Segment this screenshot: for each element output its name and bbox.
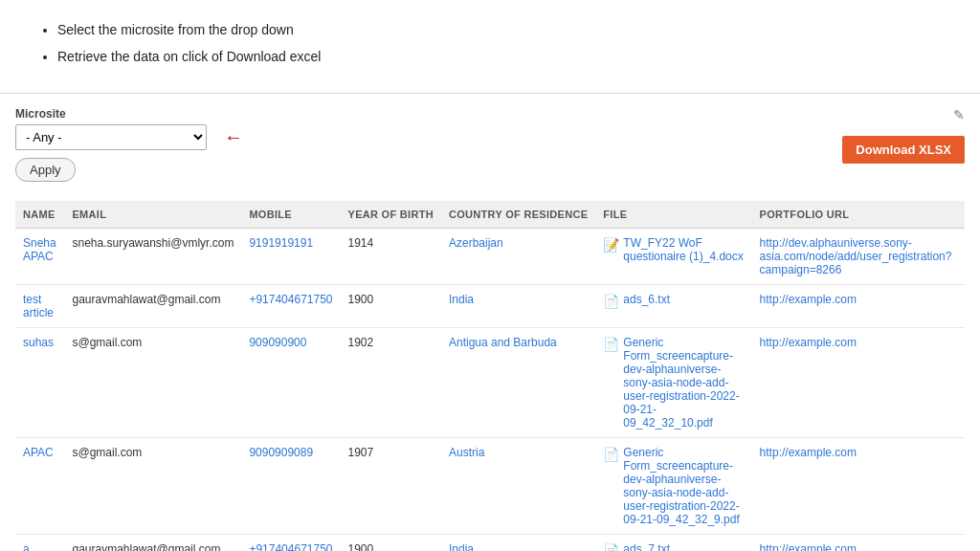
row-mobile[interactable]: 909090900 — [241, 327, 340, 437]
row-year: 1914 — [341, 228, 441, 284]
row-file[interactable]: 📄Generic Form_screencapture-dev-alphauni… — [595, 437, 751, 534]
instructions-section: Select the microsite from the drop downR… — [0, 0, 980, 83]
row-file[interactable]: 📄Generic Form_screencapture-dev-alphauni… — [595, 327, 751, 437]
row-portfolio[interactable]: http://dev.alphauniverse.sony-asia.com/n… — [752, 228, 965, 284]
download-xlsx-button[interactable]: Download XLSX — [842, 136, 965, 164]
row-country[interactable]: India — [441, 534, 595, 551]
instruction-item: Select the microsite from the drop down — [57, 19, 951, 40]
table-column-header: FILE — [595, 201, 751, 229]
row-year: 1902 — [341, 327, 441, 437]
row-mobile[interactable]: +917404671750 — [241, 284, 340, 327]
row-country[interactable]: Austria — [441, 437, 595, 534]
table-row: test articlegauravmahlawat@gmail.com+917… — [15, 284, 965, 327]
row-name[interactable]: Sneha APAC — [15, 228, 64, 284]
filter-row: - Any -APACIndiaAustriaAntigua and Barbu… — [15, 124, 965, 150]
row-country[interactable]: India — [441, 284, 595, 327]
file-link[interactable]: TW_FY22 WoF questionaire (1)_4.docx — [623, 236, 744, 263]
file-icon: 📄 — [603, 543, 619, 551]
table-row: suhass@gmail.com9090909001902Antigua and… — [15, 327, 965, 437]
file-link[interactable]: Generic Form_screencapture-dev-alphauniv… — [623, 446, 744, 526]
table-body: Sneha APACsneha.suryawanshi@vmlyr.com919… — [15, 228, 965, 551]
row-country[interactable]: Antigua and Barbuda — [441, 327, 595, 437]
select-arrow-indicator: ← — [224, 126, 243, 148]
row-email: s@gmail.com — [64, 327, 241, 437]
row-name[interactable]: a — [15, 534, 64, 551]
row-name[interactable]: APAC — [15, 437, 64, 534]
apply-button[interactable]: Apply — [15, 158, 76, 182]
edit-icon[interactable]: ✎ — [953, 107, 965, 122]
row-portfolio[interactable]: http://example.com — [752, 437, 965, 534]
row-year: 1907 — [341, 437, 441, 534]
file-icon: 📝 — [603, 237, 619, 253]
table-column-header: MOBILE — [241, 201, 340, 229]
file-icon: 📄 — [603, 447, 619, 462]
file-icon: 📄 — [603, 294, 619, 309]
row-portfolio[interactable]: http://example.com — [752, 534, 965, 551]
table-header: NAMEEMAILMOBILEYEAR OF BIRTHCOUNTRY OF R… — [15, 201, 965, 229]
table-row: Sneha APACsneha.suryawanshi@vmlyr.com919… — [15, 228, 965, 284]
row-file[interactable]: 📄ads_7.txt — [595, 534, 751, 551]
file-link[interactable]: Generic Form_screencapture-dev-alphauniv… — [623, 336, 744, 430]
row-email: gauravmahlawat@gmail.com — [64, 284, 241, 327]
row-name[interactable]: test article — [15, 284, 64, 327]
row-file[interactable]: 📄ads_6.txt — [595, 284, 751, 327]
row-name[interactable]: suhas — [15, 327, 64, 437]
file-link[interactable]: ads_6.txt — [623, 293, 670, 306]
table-column-header: YEAR OF BIRTH — [341, 201, 441, 229]
table-column-header: NAME — [15, 201, 64, 229]
instruction-item: Retrieve the data on click of Download e… — [57, 46, 951, 67]
microsite-label: Microsite — [15, 107, 965, 121]
row-email: gauravmahlawat@gmail.com — [64, 534, 241, 551]
data-table-container: NAMEEMAILMOBILEYEAR OF BIRTHCOUNTRY OF R… — [0, 201, 980, 551]
filter-section: ✎ Microsite - Any -APACIndiaAustriaAntig… — [0, 93, 980, 191]
row-email: sneha.suryawanshi@vmlyr.com — [64, 228, 241, 284]
row-portfolio[interactable]: http://example.com — [752, 284, 965, 327]
file-icon: 📄 — [603, 337, 619, 352]
instruction-list: Select the microsite from the drop downR… — [29, 19, 951, 68]
row-year: 1900 — [341, 284, 441, 327]
row-mobile[interactable]: 9191919191 — [241, 228, 340, 284]
table-column-header: PORTFOLIO URL — [752, 201, 965, 229]
table-column-header: EMAIL — [64, 201, 241, 229]
row-country[interactable]: Azerbaijan — [441, 228, 595, 284]
file-link[interactable]: ads_7.txt — [623, 542, 670, 551]
row-email: s@gmail.com — [64, 437, 241, 534]
data-table: NAMEEMAILMOBILEYEAR OF BIRTHCOUNTRY OF R… — [15, 201, 965, 551]
table-column-header: COUNTRY OF RESIDENCE — [441, 201, 595, 229]
row-portfolio[interactable]: http://example.com — [752, 327, 965, 437]
table-row: APACs@gmail.com90909090891907Austria📄Gen… — [15, 437, 965, 534]
row-file[interactable]: 📝TW_FY22 WoF questionaire (1)_4.docx — [595, 228, 751, 284]
microsite-select[interactable]: - Any -APACIndiaAustriaAntigua and Barbu… — [15, 124, 207, 150]
row-mobile[interactable]: 9090909089 — [241, 437, 340, 534]
table-row: agauravmahlawat@gmail.com+91740467175019… — [15, 534, 965, 551]
row-year: 1900 — [341, 534, 441, 551]
row-mobile[interactable]: +917404671750 — [241, 534, 340, 551]
